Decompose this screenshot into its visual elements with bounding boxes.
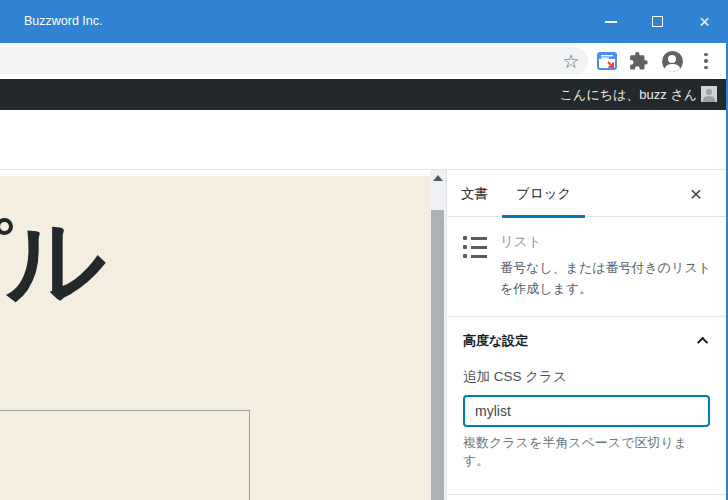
close-icon: × xyxy=(699,13,710,31)
close-icon: × xyxy=(690,182,702,206)
list-block-icon xyxy=(463,233,487,300)
maximize-button[interactable] xyxy=(634,0,681,43)
triangle-up-icon xyxy=(433,175,443,181)
window-titlebar: Buzzword Inc. × xyxy=(0,0,728,43)
css-class-helper-text: 複数クラスを半角スペースで区切ります。 xyxy=(463,434,710,470)
admin-greeting[interactable]: こんにちは、buzz さん xyxy=(560,79,697,110)
settings-sidebar: 文書 ブロック × リスト 番号なし、または番号付きのリストを作成します。 高度… xyxy=(446,170,726,500)
page-background: ル xyxy=(0,176,430,500)
tab-document[interactable]: 文書 xyxy=(447,170,502,217)
page-heading-partial: ル xyxy=(6,211,106,309)
block-title: リスト xyxy=(500,233,712,251)
advanced-panel-toggle[interactable]: 高度な設定 xyxy=(447,317,726,366)
css-class-input[interactable] xyxy=(463,395,710,427)
selected-block-outline[interactable] xyxy=(0,410,250,500)
sidebar-close-button[interactable]: × xyxy=(676,170,716,217)
bookmark-star-button[interactable]: ☆ xyxy=(558,43,584,79)
minimize-button[interactable] xyxy=(587,0,634,43)
chevron-up-icon xyxy=(697,337,708,348)
block-card: リスト 番号なし、または番号付きのリストを作成します。 xyxy=(447,217,726,317)
window-controls: × xyxy=(587,0,728,43)
window-title: Buzzword Inc. xyxy=(24,0,103,43)
puzzle-icon xyxy=(629,51,649,71)
profile-icon xyxy=(662,51,683,72)
scrollbar-thumb[interactable] xyxy=(431,210,444,500)
maximize-icon xyxy=(652,16,663,27)
css-class-label: 追加 CSS クラス xyxy=(463,368,710,386)
browser-window: Buzzword Inc. × ☆ xyxy=(0,0,728,500)
advanced-panel-body: 追加 CSS クラス 複数クラスを半角スペースで区切ります。 xyxy=(447,366,726,495)
side-panel-bookmark-icon xyxy=(596,51,618,71)
star-icon: ☆ xyxy=(562,50,579,73)
canvas-scrollbar[interactable] xyxy=(430,170,446,500)
tab-block[interactable]: ブロック xyxy=(502,170,585,217)
editor-canvas: ル xyxy=(0,170,430,500)
browser-menu-button[interactable] xyxy=(693,43,719,79)
block-description: 番号なし、または番号付きのリストを作成します。 xyxy=(500,258,712,300)
extensions-button[interactable] xyxy=(626,43,652,79)
profile-button[interactable] xyxy=(659,43,685,79)
kebab-menu-icon xyxy=(704,53,708,70)
side-panel-button[interactable] xyxy=(594,43,620,79)
browser-toolbar: ☆ xyxy=(0,43,728,79)
minimize-icon xyxy=(605,21,617,23)
wp-admin-bar: こんにちは、buzz さん xyxy=(0,79,728,110)
advanced-panel-title: 高度な設定 xyxy=(463,332,528,350)
scroll-up-button[interactable] xyxy=(430,170,446,186)
sidebar-tabs: 文書 ブロック × xyxy=(447,170,726,217)
editor-header: 下書きへ切り替え プレビュー 更新 xyxy=(0,110,728,170)
user-avatar xyxy=(701,86,717,102)
close-button[interactable]: × xyxy=(681,0,728,43)
address-bar[interactable] xyxy=(0,47,588,75)
